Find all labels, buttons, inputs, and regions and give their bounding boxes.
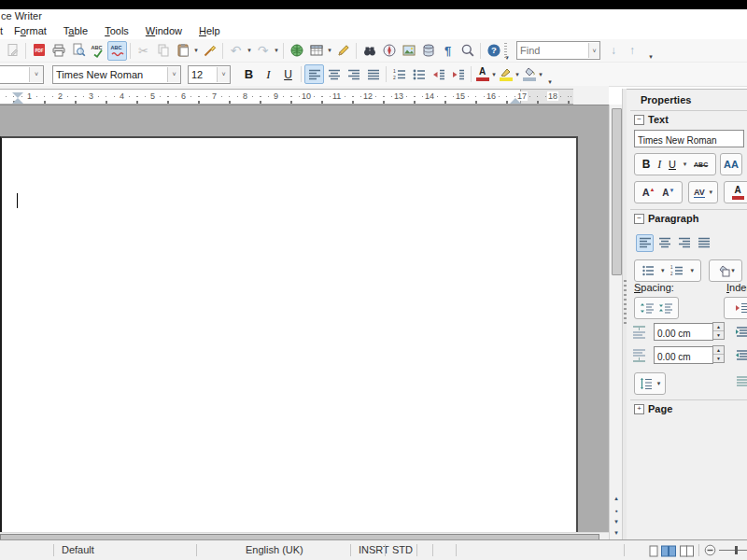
paste-icon[interactable]: [173, 41, 192, 61]
edit-file-icon[interactable]: [3, 41, 22, 61]
font-name-dropdown-icon[interactable]: ˅: [167, 67, 180, 82]
line-spacing-button[interactable]: ▾: [634, 372, 666, 395]
sidebar-font-name-input[interactable]: [635, 133, 743, 148]
menu-window[interactable]: Window: [137, 24, 190, 37]
sidebar-numbered-list-button[interactable]: 12: [670, 264, 684, 277]
sidebar-align-center-button[interactable]: [655, 234, 673, 252]
font-size-dropdown-icon[interactable]: ˅: [217, 67, 230, 82]
indent-extra-icon[interactable]: [735, 325, 747, 340]
above-spacing-stepper[interactable]: ▲▼: [712, 322, 725, 340]
draw-functions-icon[interactable]: [333, 41, 353, 61]
selection-mode-status[interactable]: STD: [392, 544, 413, 555]
left-indent-marker[interactable]: [12, 98, 23, 104]
underline-button[interactable]: U: [278, 64, 298, 84]
paste-dropdown-icon[interactable]: ▾: [192, 47, 200, 54]
sidebar-bulleted-list-button[interactable]: [641, 264, 655, 277]
find-previous-icon[interactable]: ↑: [625, 44, 640, 57]
font-color-dropdown-icon[interactable]: ▾: [490, 71, 498, 78]
character-spacing-button[interactable]: AV ▾: [688, 181, 718, 203]
bullets-dropdown-icon[interactable]: ▾: [661, 267, 665, 274]
sidebar-font-name-field[interactable]: [634, 130, 744, 147]
below-spacing-input[interactable]: [655, 349, 712, 365]
menu-table[interactable]: Table: [55, 24, 96, 37]
data-sources-icon[interactable]: [418, 41, 438, 61]
paragraph-section-header[interactable]: Paragraph: [648, 213, 698, 224]
right-indent-marker[interactable]: [510, 98, 521, 104]
font-size-combobox[interactable]: ˅: [188, 65, 231, 84]
underline-dropdown-icon[interactable]: ▾: [684, 161, 687, 168]
page-style-status[interactable]: Default: [62, 544, 94, 555]
text-section-header[interactable]: Text: [648, 114, 669, 125]
align-left-button[interactable]: [304, 64, 324, 84]
increase-spacing-button[interactable]: [640, 301, 655, 315]
align-right-button[interactable]: [344, 64, 363, 84]
previous-page-icon[interactable]: ▴: [611, 493, 622, 504]
grow-font-button[interactable]: A▲: [642, 187, 655, 198]
bold-button[interactable]: B: [239, 64, 259, 84]
insert-table-dropdown-icon[interactable]: ▾: [326, 47, 333, 54]
highlight-color-dropdown-icon[interactable]: ▾: [514, 71, 521, 78]
toolbar-grip[interactable]: [504, 43, 507, 58]
increase-indent-button[interactable]: [448, 64, 468, 84]
sidebar-font-color-button[interactable]: A: [724, 181, 747, 203]
highlight-color-button[interactable]: [498, 65, 514, 83]
indent-lines-icon[interactable]: [735, 375, 747, 388]
next-page-icon[interactable]: ▾: [611, 516, 622, 527]
page-section-expand-icon[interactable]: +: [634, 404, 644, 414]
align-center-button[interactable]: [324, 64, 344, 84]
page-section-header[interactable]: Page: [648, 403, 672, 414]
background-color-button[interactable]: [521, 65, 537, 83]
menu-format[interactable]: Format: [6, 24, 55, 37]
copy-icon[interactable]: [153, 41, 173, 61]
shrink-font-button[interactable]: A▼: [662, 188, 674, 198]
text-section-collapse-icon[interactable]: −: [634, 115, 644, 125]
line-spacing-dropdown-icon[interactable]: ▾: [657, 380, 661, 387]
sidebar-bold-button[interactable]: B: [642, 158, 651, 171]
paragraph-section-collapse-icon[interactable]: −: [634, 214, 644, 224]
document-page[interactable]: [0, 136, 578, 533]
multi-page-view-icon[interactable]: [661, 545, 677, 557]
bulleted-list-button[interactable]: [409, 64, 429, 84]
zoom-out-icon[interactable]: [704, 544, 716, 556]
horizontal-ruler[interactable]: 123456789101112131415161718: [0, 89, 573, 105]
above-spacing-field[interactable]: [654, 323, 713, 341]
insert-table-icon[interactable]: [306, 41, 326, 61]
paragraph-style-combobox[interactable]: ˅: [0, 65, 44, 84]
menu-tools[interactable]: Tools: [96, 24, 137, 37]
print-preview-icon[interactable]: [68, 41, 88, 61]
numbered-list-button[interactable]: 12: [389, 64, 409, 84]
paragraph-background-dropdown-icon[interactable]: ▾: [731, 267, 735, 274]
navigator-icon[interactable]: [379, 41, 399, 61]
formatting-marks-icon[interactable]: ¶: [438, 41, 458, 61]
spelling-icon[interactable]: ABC: [88, 41, 107, 61]
paragraph-background-button[interactable]: ▾: [709, 259, 742, 282]
document-workspace[interactable]: [0, 105, 609, 533]
cut-icon[interactable]: ✂: [134, 41, 153, 61]
redo-dropdown-icon[interactable]: ▾: [273, 47, 280, 54]
hanging-indent-icon[interactable]: [735, 348, 747, 363]
sidebar-italic-button[interactable]: I: [657, 158, 661, 172]
zoom-icon[interactable]: [458, 41, 477, 61]
italic-button[interactable]: I: [259, 64, 278, 84]
below-spacing-field[interactable]: [654, 346, 713, 364]
sidebar-align-justify-button[interactable]: [695, 234, 712, 252]
font-name-input[interactable]: [53, 67, 167, 82]
decrease-indent-button[interactable]: [429, 64, 448, 84]
above-spacing-input[interactable]: [655, 326, 712, 342]
single-page-view-icon[interactable]: [649, 545, 659, 557]
font-name-combobox[interactable]: ˅: [52, 65, 181, 84]
export-pdf-icon[interactable]: PDF: [29, 41, 49, 61]
navigate-by-icon[interactable]: ●: [611, 505, 622, 516]
sidebar-increase-indent-button[interactable]: [735, 301, 747, 315]
zoom-slider-track[interactable]: [719, 550, 747, 551]
menu-help[interactable]: Help: [190, 24, 229, 37]
zoom-slider-thumb[interactable]: [735, 546, 738, 554]
vertical-scrollbar[interactable]: ▴ ● ▾ ▾: [609, 105, 623, 539]
numbering-dropdown-icon[interactable]: ▾: [690, 267, 694, 274]
character-spacing-dropdown-icon[interactable]: ▾: [710, 189, 713, 196]
auto-spellcheck-icon[interactable]: ABC: [107, 41, 127, 61]
style-dropdown-icon[interactable]: ˅: [29, 67, 43, 82]
find-input[interactable]: [517, 43, 588, 58]
find-combobox[interactable]: ˅: [516, 41, 600, 60]
print-icon[interactable]: [49, 41, 68, 61]
